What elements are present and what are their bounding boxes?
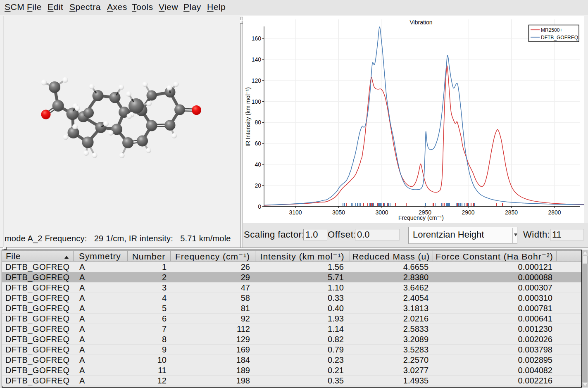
svg-text:60: 60 bbox=[255, 140, 261, 147]
svg-text:Frequency (cm⁻¹): Frequency (cm⁻¹) bbox=[398, 214, 444, 221]
svg-text:DFTB_GOFREQ: DFTB_GOFREQ bbox=[541, 35, 578, 40]
svg-text:3000: 3000 bbox=[375, 209, 388, 216]
svg-text:0: 0 bbox=[258, 203, 261, 210]
svg-text:40: 40 bbox=[255, 161, 261, 168]
svg-text:140: 140 bbox=[252, 56, 262, 63]
svg-text:MR2500+: MR2500+ bbox=[541, 27, 562, 33]
svg-text:3100: 3100 bbox=[289, 209, 302, 216]
svg-text:160: 160 bbox=[252, 35, 262, 42]
svg-text:120: 120 bbox=[252, 77, 262, 84]
svg-text:100: 100 bbox=[252, 98, 262, 105]
svg-text:3050: 3050 bbox=[332, 209, 345, 216]
svg-text:2850: 2850 bbox=[505, 209, 518, 216]
svg-text:80: 80 bbox=[255, 119, 261, 126]
svg-text:20: 20 bbox=[255, 182, 261, 189]
svg-text:Vibration: Vibration bbox=[409, 19, 432, 26]
svg-text:2800: 2800 bbox=[548, 209, 561, 216]
svg-text:IR Intensity (km mol⁻¹): IR Intensity (km mol⁻¹) bbox=[245, 87, 251, 147]
svg-text:2900: 2900 bbox=[462, 209, 474, 216]
